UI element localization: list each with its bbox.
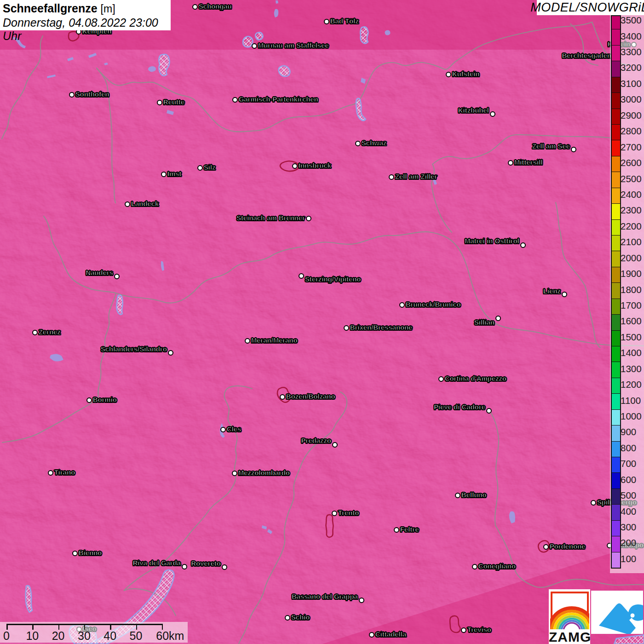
colorbar-tick-label: 2900	[621, 109, 642, 121]
colorbar-tick-label: 3200	[621, 62, 642, 73]
colorbar-tick-label: 1200	[621, 379, 642, 390]
colorbar-segment	[612, 489, 620, 504]
city-boundary-outlines	[69, 31, 549, 632]
water-features	[26, 27, 644, 644]
title-unit: [m]	[101, 3, 115, 15]
colorbar-segment	[612, 188, 620, 203]
colorbar-tick-label: 2300	[621, 205, 642, 216]
scalebar-label: 30	[78, 629, 91, 643]
colorbar-segment	[612, 124, 620, 140]
map-canvas	[0, 0, 644, 644]
colorbar-segment	[612, 251, 620, 266]
scalebar-label: 0	[3, 629, 10, 643]
colorbar-tick-label: 2700	[621, 141, 642, 152]
model-label: MODEL/SNOWGRiD	[530, 0, 644, 15]
scalebar-label: 10	[26, 629, 39, 643]
colorbar-segment	[612, 45, 620, 61]
colorbar-segment	[612, 314, 620, 330]
colorbar-tick-label: 600	[621, 474, 636, 485]
colorbar-tick-label: 700	[621, 458, 636, 469]
colorbar-segment	[612, 140, 620, 155]
colorbar-tick-label: 1000	[621, 410, 642, 421]
zamg-wordmark: ZAMG	[549, 629, 590, 644]
colorbar-segment	[612, 92, 620, 108]
admin-borders	[2, 22, 644, 644]
colorbar-tick-label: 1700	[621, 299, 642, 310]
colorbar-tick-label: 800	[621, 442, 636, 453]
mountain-icon	[591, 591, 643, 634]
colorbar-tick-label: 2200	[621, 220, 642, 231]
colorbar-segment	[612, 441, 620, 457]
colorbar-tick-label: 3300	[621, 46, 642, 58]
scalebar-label: 50	[130, 629, 143, 643]
colorbar-segment	[612, 346, 620, 362]
small-water-features	[13, 0, 515, 534]
colorbar-tick-label: 1500	[621, 331, 642, 342]
colorbar-tick-label: 1300	[621, 363, 642, 374]
colorbar-segment	[612, 520, 620, 536]
colorbar-tick-label: 500	[621, 490, 636, 501]
colorbar	[611, 15, 621, 569]
scalebar-label: 20	[52, 629, 65, 643]
colorbar-tick-label: 400	[621, 506, 636, 517]
snowline-map-screenshot: SchongauBad TölzKemptenMurnau am Staffel…	[0, 0, 644, 644]
colorbar-segment	[612, 29, 620, 45]
hillshade-texture	[0, 0, 644, 644]
colorbar-segment	[612, 109, 620, 124]
zamg-logo: ZAMG	[549, 589, 590, 644]
colorbar-tick-label: 2500	[621, 173, 642, 184]
colorbar-tick-label: 1800	[621, 284, 642, 295]
colorbar-segment	[612, 378, 620, 393]
scalebar-label: 60km	[156, 629, 184, 643]
colorbar-segment	[612, 282, 620, 298]
colorbar-segment	[612, 409, 620, 425]
partner-logo	[591, 591, 643, 634]
colorbar-tick-label: 1600	[621, 316, 642, 327]
colorbar-tick-label: 3100	[621, 78, 642, 89]
colorbar-segment	[612, 235, 620, 251]
colorbar-tick-label: 2600	[621, 157, 642, 168]
snowline-fill	[0, 0, 644, 644]
title-box: Schneefallgrenze [m] Donnerstag, 04.08.2…	[0, 0, 171, 30]
colorbar-segment	[612, 77, 620, 92]
colorbar-tick-label: 3400	[621, 30, 642, 41]
colorbar-segment	[612, 61, 620, 76]
colorbar-tick-label: 1100	[621, 395, 641, 406]
colorbar-panel: 3500340033003200310030002900280027002600…	[610, 15, 644, 573]
colorbar-segment	[612, 156, 620, 172]
colorbar-tick-label: 100	[621, 553, 636, 564]
colorbar-segment	[612, 552, 620, 568]
colorbar-tick-label: 3000	[621, 94, 642, 105]
colorbar-segment	[612, 267, 620, 282]
scalebar-label: 40	[104, 629, 116, 643]
colorbar-tick-label: 300	[621, 521, 636, 532]
colorbar-tick-label: 2100	[621, 236, 642, 247]
colorbar-tick-label: 1900	[621, 268, 642, 279]
colorbar-segment	[612, 16, 620, 29]
colorbar-tick-label: 2000	[621, 252, 642, 263]
colorbar-tick-label: 2400	[621, 189, 642, 200]
colorbar-segment	[612, 393, 620, 409]
colorbar-segment	[612, 219, 620, 235]
colorbar-segment	[612, 330, 620, 346]
colorbar-segment	[612, 203, 620, 219]
scalebar: 0102030405060km	[0, 622, 188, 643]
model-box: MODEL/SNOWGRiD	[537, 0, 644, 15]
colorbar-tick-label: 2800	[621, 126, 642, 137]
colorbar-segment	[612, 472, 620, 488]
colorbar-segment	[612, 504, 620, 520]
colorbar-tick-label: 3500	[621, 15, 642, 26]
colorbar-tick-label: 200	[621, 537, 636, 548]
colorbar-tick-label: 1400	[621, 347, 642, 358]
colorbar-segment	[612, 536, 620, 552]
colorbar-segment	[612, 457, 620, 472]
colorbar-segment	[612, 299, 620, 314]
timestamp: Donnerstag, 04.08.2022 23:00 Uhr	[3, 16, 171, 43]
colorbar-segment	[612, 362, 620, 377]
colorbar-segment	[612, 172, 620, 187]
colorbar-segment	[612, 425, 620, 441]
page-title: Schneefallgrenze [m]	[3, 1, 171, 16]
colorbar-tick-label: 900	[621, 426, 636, 437]
